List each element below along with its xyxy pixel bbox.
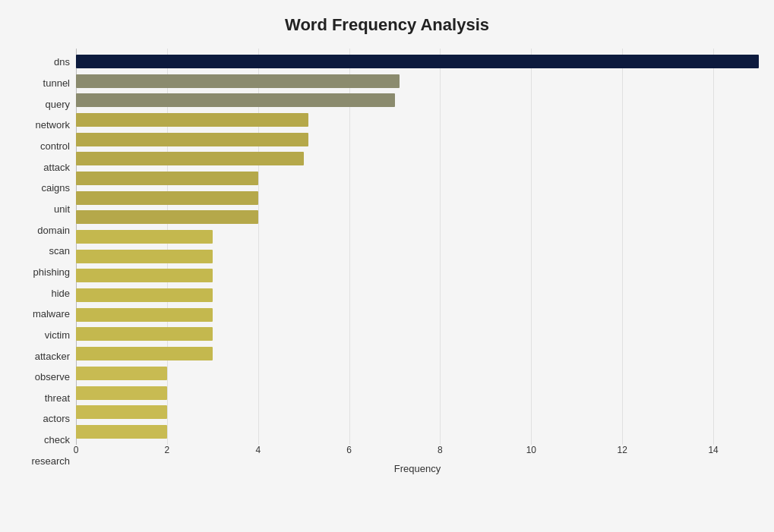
bar-row: [76, 267, 759, 284]
bar-row: [76, 307, 759, 323]
y-axis-label: check: [44, 430, 70, 451]
y-axis-label: scan: [49, 241, 70, 262]
x-tick: 12: [618, 445, 627, 455]
bar-row: [76, 228, 759, 245]
bar: [76, 327, 213, 341]
bar-row: [76, 423, 759, 440]
bar: [76, 74, 400, 88]
bar: [76, 386, 167, 400]
bar: [76, 230, 213, 244]
bar: [76, 55, 759, 68]
y-axis-label: hide: [51, 282, 70, 304]
bar: [76, 347, 213, 360]
y-axis-label: caigns: [41, 178, 70, 199]
bar-row: [76, 365, 759, 382]
y-axis-label: victim: [45, 325, 70, 346]
y-axis-label: unit: [54, 199, 70, 220]
bar: [76, 172, 258, 185]
x-axis-wrapper: 02468101214 Frequency: [76, 445, 759, 474]
bar: [76, 308, 213, 322]
y-axis: dnstunnelquerynetworkcontrolattackcaigns…: [15, 49, 76, 474]
bar: [76, 405, 167, 419]
bar-row: [76, 170, 759, 187]
x-tick: 0: [74, 445, 79, 455]
x-tick: 10: [526, 445, 536, 455]
bar-row: [76, 190, 759, 206]
y-axis-label: control: [40, 136, 70, 157]
bar-row: [76, 345, 759, 362]
bar-row: [76, 209, 759, 225]
bar: [76, 133, 308, 146]
y-axis-label: attacker: [35, 345, 70, 367]
bar: [76, 250, 213, 263]
y-axis-label: network: [35, 115, 70, 136]
y-axis-label: threat: [45, 388, 70, 409]
bar: [76, 210, 258, 224]
bar-row: [76, 112, 759, 128]
y-axis-label: tunnel: [43, 73, 70, 94]
bar-row: [76, 404, 759, 420]
bars-list: [76, 49, 759, 445]
bar: [76, 288, 213, 302]
chart-title: Word Frequency Analysis: [15, 15, 759, 35]
bar: [76, 367, 167, 380]
y-axis-label: dns: [54, 52, 70, 73]
y-axis-label: malware: [33, 304, 70, 325]
x-axis-label: Frequency: [76, 463, 759, 474]
bar: [76, 425, 167, 439]
y-axis-label: research: [31, 450, 70, 471]
x-ticks-row: 02468101214: [76, 445, 759, 460]
bar: [76, 113, 308, 127]
bar-row: [76, 326, 759, 342]
y-axis-label: phishing: [33, 262, 70, 283]
x-tick: 2: [165, 445, 170, 455]
x-tick: 8: [438, 445, 443, 455]
bar-row: [76, 53, 759, 70]
y-axis-label: domain: [37, 219, 70, 241]
bar-row: [76, 150, 759, 167]
x-tick: 14: [708, 445, 718, 455]
chart-container: Word Frequency Analysis dnstunnelqueryne…: [0, 0, 774, 532]
chart-area: dnstunnelquerynetworkcontrolattackcaigns…: [15, 49, 759, 474]
bar-row: [76, 287, 759, 304]
y-axis-label: attack: [43, 156, 70, 178]
bar-row: [76, 385, 759, 401]
bar: [76, 269, 213, 282]
bar: [76, 152, 304, 165]
bar: [76, 93, 395, 107]
bar-row: [76, 73, 759, 90]
y-axis-label: actors: [43, 408, 70, 430]
bar-row: [76, 131, 759, 148]
x-tick: 4: [255, 445, 261, 455]
bar-row: [76, 248, 759, 265]
bars-region: [76, 49, 759, 445]
bars-and-xaxis: 02468101214 Frequency: [76, 49, 759, 474]
bar: [76, 191, 258, 205]
bar-row: [76, 92, 759, 109]
y-axis-label: query: [45, 93, 70, 115]
y-axis-label: observe: [35, 367, 70, 388]
x-tick: 6: [346, 445, 352, 455]
